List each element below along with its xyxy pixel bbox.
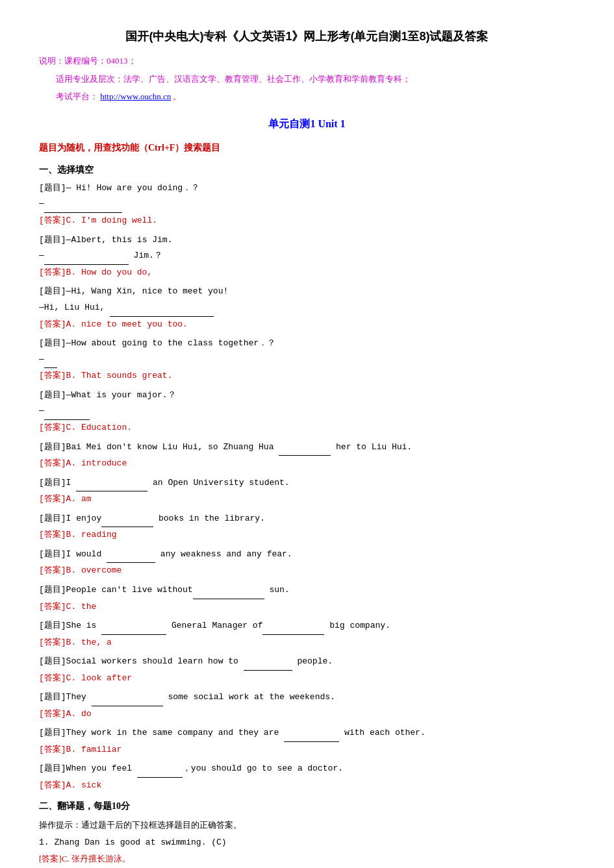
q12-label: [题目]	[39, 656, 66, 666]
q2-answer: [答案]B. How do you do,	[39, 265, 575, 280]
question-3: [题目]—Hi, Wang Xin, nice to meet you! —Hi…	[39, 284, 575, 332]
q5-answer: [答案]C. Education.	[39, 420, 575, 435]
question-6: [题目]Bai Mei don't know Liu Hui, so Zhuan…	[39, 440, 575, 471]
t1-text: 1. Zhang Dan is good at swimming. (C)	[39, 835, 575, 851]
q8-text: [题目]I enjoy books in the library.	[39, 511, 575, 528]
q15-label: [题目]	[39, 763, 66, 773]
q10-text: [题目]People can't live without sun.	[39, 582, 575, 599]
q2-blank: — Jim.？	[39, 248, 575, 265]
question-7: [题目]I an Open University student. [答案]A.…	[39, 475, 575, 507]
q10-answer: [答案]C. the	[39, 599, 575, 614]
q4-label: [题目]	[39, 338, 66, 348]
t1-answer: [答案]C. 张丹擅长游泳。	[39, 851, 575, 866]
q11-answer: [答案]B. the, a	[39, 635, 575, 650]
tip-line: 题目为随机，用查找功能（Ctrl+F）搜索题目	[39, 140, 575, 156]
q7-text: [题目]I an Open University student.	[39, 475, 575, 492]
page-title: 国开(中央电大)专科《人文英语1》网上形考(单元自测1至8)试题及答案	[39, 26, 575, 47]
question-8: [题目]I enjoy books in the library. [答案]B.…	[39, 511, 575, 543]
q7-label: [题目]	[39, 478, 66, 488]
q9-text: [题目]I would any weakness and any fear.	[39, 547, 575, 564]
q3-text: [题目]—Hi, Wang Xin, nice to meet you!	[39, 284, 575, 300]
question-12: [题目]Social workers should learn how to p…	[39, 654, 575, 686]
question-2: [题目]—Albert, this is Jim. — Jim.？ [答案]B.…	[39, 232, 575, 280]
q13-text: [题目]They some social work at the weekend…	[39, 689, 575, 706]
question-1: [题目]— Hi! How are you doing．？ — [答案]C. I…	[39, 180, 575, 229]
q3-answer: [答案]A. nice to meet you too.	[39, 317, 575, 332]
q6-text: [题目]Bai Mei don't know Liu Hui, so Zhuan…	[39, 440, 575, 456]
q14-answer: [答案]B. familiar	[39, 742, 575, 757]
q14-label: [题目]	[39, 728, 66, 738]
platform-url-link[interactable]: http://www.ouchn.cn	[100, 92, 171, 101]
q15-text: [题目]When you feel ，you should go to see …	[39, 761, 575, 778]
description-label: 说明：课程编号：04013；	[39, 53, 575, 68]
q9-answer: [答案]B. overcome	[39, 563, 575, 578]
q1-label: [题目]	[39, 183, 66, 193]
section-header: 单元自测1 Unit 1	[39, 115, 575, 134]
question-10: [题目]People can't live without sun. [答案]C…	[39, 582, 575, 614]
q4-blank: —	[39, 352, 575, 369]
q4-text: [题目]—How about going to the class togeth…	[39, 336, 575, 352]
q11-text: [题目]She is General Manager of big compan…	[39, 618, 575, 635]
question-9: [题目]I would any weakness and any fear. […	[39, 547, 575, 578]
q6-answer: [答案]A. introduce	[39, 456, 575, 471]
questions-list: [题目]— Hi! How are you doing．？ — [答案]C. I…	[39, 180, 575, 793]
q13-label: [题目]	[39, 692, 66, 702]
q12-answer: [答案]C. look after	[39, 671, 575, 686]
q5-blank: —	[39, 403, 575, 420]
question-13: [题目]They some social work at the weekend…	[39, 689, 575, 721]
description-platform: 考试平台： http://www.ouchn.cn 。	[56, 89, 575, 104]
q13-answer: [答案]A. do	[39, 706, 575, 721]
q5-label: [题目]	[39, 390, 66, 400]
question-4: [题目]—How about going to the class togeth…	[39, 336, 575, 384]
q1-blank: —	[39, 196, 575, 213]
q3-label: [题目]	[39, 286, 66, 296]
q1-text: [题目]— Hi! How are you doing．？	[39, 180, 575, 197]
translation-1: 1. Zhang Dan is good at swimming. (C) [答…	[39, 835, 575, 866]
q6-label: [题目]	[39, 442, 66, 452]
q15-answer: [答案]A. sick	[39, 778, 575, 793]
section2-desc: 操作提示：通过题干后的下拉框选择题目的正确答案。	[39, 817, 575, 832]
q5-text: [题目]—What is your major.？	[39, 388, 575, 404]
question-5: [题目]—What is your major.？ — [答案]C. Educa…	[39, 388, 575, 436]
q3-blank: —Hi, Liu Hui,	[39, 300, 575, 317]
description-major: 适用专业及层次：法学、广告、汉语言文学、教育管理、社会工作、小学教育和学前教育专…	[56, 71, 575, 86]
q2-text: [题目]—Albert, this is Jim.	[39, 232, 575, 249]
q9-label: [题目]	[39, 549, 66, 559]
q8-label: [题目]	[39, 514, 66, 523]
section2-title: 二、翻译题，每题10分	[39, 798, 575, 814]
q12-text: [题目]Social workers should learn how to p…	[39, 654, 575, 671]
platform-suffix: 。	[173, 92, 181, 101]
question-15: [题目]When you feel ，you should go to see …	[39, 761, 575, 793]
q8-answer: [答案]B. reading	[39, 527, 575, 542]
question-14: [题目]They work in the same company and th…	[39, 725, 575, 757]
q14-text: [题目]They work in the same company and th…	[39, 725, 575, 742]
q2-label: [题目]	[39, 235, 66, 245]
q7-answer: [答案]A. am	[39, 491, 575, 506]
section1-title: 一、选择填空	[39, 162, 575, 178]
q11-label: [题目]	[39, 621, 66, 630]
platform-prefix: 考试平台：	[56, 92, 98, 101]
q1-answer: [答案]C. I'm doing well.	[39, 213, 575, 228]
q4-answer: [答案]B. That sounds great.	[39, 368, 575, 383]
question-11: [题目]She is General Manager of big compan…	[39, 618, 575, 650]
q10-label: [题目]	[39, 585, 66, 595]
